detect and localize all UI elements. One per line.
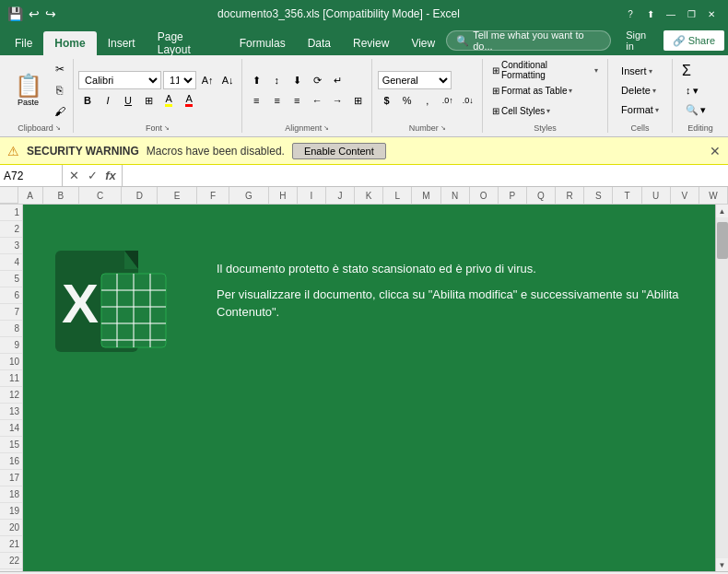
align-bottom-btn[interactable]: ⬇ (288, 71, 306, 89)
align-middle-btn[interactable]: ↕ (267, 71, 286, 89)
clipboard-expand-icon[interactable]: ↘ (55, 124, 61, 132)
ribbon-toggle-btn[interactable]: ⬆ (641, 5, 660, 23)
indent-right-btn[interactable]: → (328, 91, 346, 110)
scroll-track[interactable] (716, 217, 729, 558)
tab-review[interactable]: Review (342, 31, 400, 55)
col-header-T[interactable]: T (613, 187, 641, 204)
autosum-btn[interactable]: Σ (682, 62, 719, 80)
format-painter-button[interactable]: 🖌 (50, 101, 70, 122)
font-expand-icon[interactable]: ↘ (164, 124, 170, 132)
redo-btn[interactable]: ↪ (45, 6, 56, 21)
col-header-G[interactable]: G (229, 187, 269, 204)
col-header-O[interactable]: O (470, 187, 499, 204)
tab-insert[interactable]: Insert (97, 31, 147, 55)
wrap-text-btn[interactable]: ↵ (328, 71, 346, 89)
border-button[interactable]: ⊞ (139, 91, 158, 110)
row-num-13[interactable]: 13 (0, 404, 22, 420)
sort-filter-btn[interactable]: ↕ ▾ (682, 81, 719, 100)
italic-button[interactable]: I (99, 91, 117, 110)
share-button[interactable]: 🔗 Share (663, 30, 724, 51)
bold-button[interactable]: B (78, 91, 97, 110)
row-num-3[interactable]: 3 (0, 238, 22, 254)
close-security-bar-btn[interactable]: ✕ (710, 144, 721, 158)
number-expand-icon[interactable]: ↘ (440, 124, 446, 132)
align-left-btn[interactable]: ≡ (247, 91, 265, 110)
col-header-M[interactable]: M (412, 187, 440, 204)
minimize-btn[interactable]: — (662, 5, 680, 23)
col-header-P[interactable]: P (499, 187, 527, 204)
col-header-C[interactable]: C (79, 187, 123, 204)
cut-button[interactable]: ✂ (50, 59, 70, 79)
increase-font-btn[interactable]: A↑ (198, 71, 217, 89)
undo-btn[interactable]: ↩ (29, 6, 40, 21)
decrease-decimal-btn[interactable]: .0↓ (459, 91, 477, 110)
col-header-A[interactable]: A (18, 187, 43, 204)
formula-input[interactable] (123, 165, 728, 186)
cell-reference-box[interactable]: A72 (0, 165, 63, 186)
row-num-18[interactable]: 18 (0, 486, 22, 503)
row-num-8[interactable]: 8 (0, 321, 22, 337)
conditional-formatting-btn[interactable]: ⊞ Conditional Formatting ▾ (488, 61, 602, 79)
indent-left-btn[interactable]: ← (308, 91, 326, 110)
row-num-4[interactable]: 4 (0, 254, 22, 271)
tab-file[interactable]: File (4, 31, 43, 55)
col-header-R[interactable]: R (556, 187, 584, 204)
format-cells-btn[interactable]: Format ▾ (617, 100, 663, 119)
fill-color-button[interactable]: A (159, 91, 178, 110)
font-color-button[interactable]: A (180, 91, 198, 110)
alignment-expand-icon[interactable]: ↘ (323, 124, 329, 132)
col-header-U[interactable]: U (642, 187, 671, 204)
col-header-S[interactable]: S (584, 187, 613, 204)
align-right-btn[interactable]: ≡ (288, 91, 306, 110)
col-header-K[interactable]: K (355, 187, 383, 204)
orientation-btn[interactable]: ⟳ (308, 71, 326, 89)
row-num-21[interactable]: 21 (0, 536, 22, 553)
underline-button[interactable]: U (119, 91, 137, 110)
row-num-7[interactable]: 7 (0, 304, 22, 321)
copy-button[interactable]: ⎘ (50, 80, 70, 100)
save-icon[interactable]: 💾 (7, 6, 23, 21)
tab-page-layout[interactable]: Page Layout (147, 31, 229, 55)
col-header-N[interactable]: N (441, 187, 470, 204)
col-header-L[interactable]: L (383, 187, 412, 204)
row-num-14[interactable]: 14 (0, 420, 22, 437)
col-header-H[interactable]: H (269, 187, 298, 204)
cell-styles-btn[interactable]: ⊞ Cell Styles ▾ (488, 101, 602, 120)
col-header-E[interactable]: E (158, 187, 197, 204)
scroll-thumb[interactable] (717, 222, 728, 259)
row-num-23[interactable]: 23 (0, 569, 22, 571)
row-num-16[interactable]: 16 (0, 453, 22, 470)
row-num-20[interactable]: 20 (0, 520, 22, 536)
col-header-I[interactable]: I (298, 187, 326, 204)
col-header-B[interactable]: B (43, 187, 79, 204)
row-num-6[interactable]: 6 (0, 287, 22, 304)
number-format-select[interactable]: General (378, 71, 452, 89)
row-num-1[interactable]: 1 (0, 205, 22, 221)
insert-cells-btn[interactable]: Insert ▾ (617, 62, 663, 80)
row-num-17[interactable]: 17 (0, 470, 22, 486)
tab-home[interactable]: Home (43, 31, 96, 55)
tab-data[interactable]: Data (297, 31, 342, 55)
col-header-F[interactable]: F (197, 187, 229, 204)
help-btn[interactable]: ? (621, 5, 640, 23)
col-header-Q[interactable]: Q (527, 187, 556, 204)
dollar-btn[interactable]: $ (378, 91, 396, 110)
row-num-15[interactable]: 15 (0, 437, 22, 453)
comma-btn[interactable]: , (418, 91, 437, 110)
row-num-19[interactable]: 19 (0, 503, 22, 520)
col-header-J[interactable]: J (326, 187, 355, 204)
sign-in-button[interactable]: Sign in (618, 29, 663, 52)
row-num-9[interactable]: 9 (0, 337, 22, 354)
row-num-11[interactable]: 11 (0, 370, 22, 387)
scroll-down-btn[interactable]: ▼ (716, 558, 729, 571)
row-num-5[interactable]: 5 (0, 271, 22, 287)
enable-content-button[interactable]: Enable Content (292, 143, 386, 159)
delete-cells-btn[interactable]: Delete ▾ (617, 81, 663, 100)
format-as-table-btn[interactable]: ⊞ Format as Table ▾ (488, 81, 602, 100)
scroll-up-btn[interactable]: ▲ (716, 205, 729, 217)
merge-center-btn[interactable]: ⊞ (348, 91, 367, 110)
vertical-scrollbar[interactable]: ▲ ▼ (715, 205, 728, 571)
row-num-10[interactable]: 10 (0, 354, 22, 370)
decrease-font-btn[interactable]: A↓ (218, 71, 237, 89)
row-num-22[interactable]: 22 (0, 553, 22, 569)
